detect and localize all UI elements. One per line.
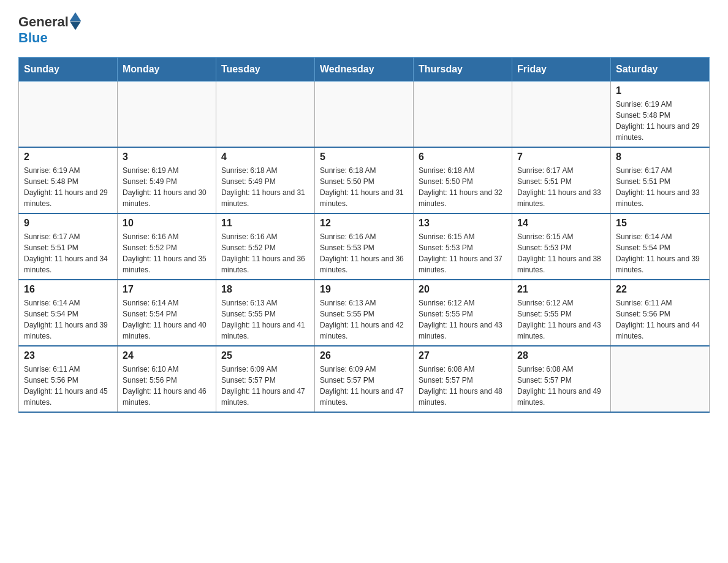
calendar-day-cell (315, 82, 414, 148)
calendar-day-cell: 21Sunrise: 6:12 AM Sunset: 5:55 PM Dayli… (512, 280, 611, 346)
day-info: Sunrise: 6:08 AM Sunset: 5:57 PM Dayligh… (419, 364, 507, 408)
day-info: Sunrise: 6:13 AM Sunset: 5:55 PM Dayligh… (221, 297, 309, 342)
calendar-day-cell: 26Sunrise: 6:09 AM Sunset: 5:57 PM Dayli… (315, 346, 414, 412)
day-info: Sunrise: 6:15 AM Sunset: 5:53 PM Dayligh… (517, 231, 605, 275)
day-number: 13 (419, 218, 507, 229)
day-number: 6 (419, 151, 507, 163)
day-info: Sunrise: 6:11 AM Sunset: 5:56 PM Dayligh… (24, 364, 112, 408)
day-of-week-header: Tuesday (216, 58, 315, 82)
day-number: 3 (123, 151, 211, 163)
day-number: 26 (320, 350, 408, 361)
day-info: Sunrise: 6:12 AM Sunset: 5:55 PM Dayligh… (517, 297, 605, 342)
day-of-week-header: Thursday (414, 58, 512, 82)
calendar-day-cell (19, 82, 118, 148)
calendar-day-cell: 22Sunrise: 6:11 AM Sunset: 5:56 PM Dayli… (611, 280, 710, 346)
day-number: 20 (419, 284, 507, 295)
day-info: Sunrise: 6:14 AM Sunset: 5:54 PM Dayligh… (616, 231, 704, 275)
calendar-table: SundayMondayTuesdayWednesdayThursdayFrid… (18, 57, 710, 413)
day-info: Sunrise: 6:19 AM Sunset: 5:48 PM Dayligh… (24, 165, 112, 209)
calendar-day-cell: 4Sunrise: 6:18 AM Sunset: 5:49 PM Daylig… (216, 147, 315, 213)
day-number: 14 (517, 218, 605, 229)
day-info: Sunrise: 6:13 AM Sunset: 5:55 PM Dayligh… (320, 297, 408, 342)
day-info: Sunrise: 6:18 AM Sunset: 5:49 PM Dayligh… (221, 165, 309, 209)
calendar-day-cell: 28Sunrise: 6:08 AM Sunset: 5:57 PM Dayli… (512, 346, 611, 412)
calendar-week-row: 23Sunrise: 6:11 AM Sunset: 5:56 PM Dayli… (19, 346, 710, 412)
calendar-day-cell: 24Sunrise: 6:10 AM Sunset: 5:56 PM Dayli… (118, 346, 216, 412)
calendar-day-cell: 20Sunrise: 6:12 AM Sunset: 5:55 PM Dayli… (414, 280, 512, 346)
calendar-day-cell: 10Sunrise: 6:16 AM Sunset: 5:52 PM Dayli… (118, 213, 216, 280)
day-info: Sunrise: 6:15 AM Sunset: 5:53 PM Dayligh… (419, 231, 507, 275)
calendar-day-cell (611, 346, 710, 412)
day-number: 19 (320, 284, 408, 295)
day-info: Sunrise: 6:14 AM Sunset: 5:54 PM Dayligh… (123, 297, 211, 342)
day-number: 23 (24, 350, 112, 361)
day-info: Sunrise: 6:16 AM Sunset: 5:53 PM Dayligh… (320, 231, 408, 275)
day-number: 10 (123, 218, 211, 229)
calendar-day-cell: 27Sunrise: 6:08 AM Sunset: 5:57 PM Dayli… (414, 346, 512, 412)
calendar-day-cell: 17Sunrise: 6:14 AM Sunset: 5:54 PM Dayli… (118, 280, 216, 346)
day-of-week-header: Friday (512, 58, 611, 82)
day-number: 25 (221, 350, 309, 361)
day-of-week-header: Monday (118, 58, 216, 82)
calendar-week-row: 16Sunrise: 6:14 AM Sunset: 5:54 PM Dayli… (19, 280, 710, 346)
day-number: 15 (616, 218, 704, 229)
day-number: 1 (616, 85, 704, 96)
day-info: Sunrise: 6:18 AM Sunset: 5:50 PM Dayligh… (419, 165, 507, 209)
day-info: Sunrise: 6:08 AM Sunset: 5:57 PM Dayligh… (517, 364, 605, 408)
calendar-header-row: SundayMondayTuesdayWednesdayThursdayFrid… (19, 58, 710, 82)
calendar-day-cell (118, 82, 216, 148)
calendar-day-cell: 5Sunrise: 6:18 AM Sunset: 5:50 PM Daylig… (315, 147, 414, 213)
day-info: Sunrise: 6:19 AM Sunset: 5:48 PM Dayligh… (616, 99, 704, 143)
calendar-day-cell: 7Sunrise: 6:17 AM Sunset: 5:51 PM Daylig… (512, 147, 611, 213)
calendar-day-cell: 15Sunrise: 6:14 AM Sunset: 5:54 PM Dayli… (611, 213, 710, 280)
day-number: 17 (123, 284, 211, 295)
day-of-week-header: Wednesday (315, 58, 414, 82)
day-info: Sunrise: 6:16 AM Sunset: 5:52 PM Dayligh… (123, 231, 211, 275)
calendar-day-cell: 16Sunrise: 6:14 AM Sunset: 5:54 PM Dayli… (19, 280, 118, 346)
day-number: 2 (24, 151, 112, 163)
day-number: 5 (320, 151, 408, 163)
calendar-day-cell (414, 82, 512, 148)
day-number: 28 (517, 350, 605, 361)
page-header: General Blue (18, 12, 710, 45)
day-info: Sunrise: 6:18 AM Sunset: 5:50 PM Dayligh… (320, 165, 408, 209)
calendar-day-cell (512, 82, 611, 148)
calendar-day-cell: 1Sunrise: 6:19 AM Sunset: 5:48 PM Daylig… (611, 82, 710, 148)
calendar-day-cell: 8Sunrise: 6:17 AM Sunset: 5:51 PM Daylig… (611, 147, 710, 213)
day-number: 11 (221, 218, 309, 229)
day-number: 7 (517, 151, 605, 163)
day-info: Sunrise: 6:19 AM Sunset: 5:49 PM Dayligh… (123, 165, 211, 209)
day-number: 9 (24, 218, 112, 229)
day-number: 18 (221, 284, 309, 295)
calendar-day-cell: 14Sunrise: 6:15 AM Sunset: 5:53 PM Dayli… (512, 213, 611, 280)
day-of-week-header: Saturday (611, 58, 710, 82)
day-number: 12 (320, 218, 408, 229)
day-number: 4 (221, 151, 309, 163)
calendar-week-row: 9Sunrise: 6:17 AM Sunset: 5:51 PM Daylig… (19, 213, 710, 280)
calendar-week-row: 2Sunrise: 6:19 AM Sunset: 5:48 PM Daylig… (19, 147, 710, 213)
day-info: Sunrise: 6:09 AM Sunset: 5:57 PM Dayligh… (320, 364, 408, 408)
calendar-day-cell: 25Sunrise: 6:09 AM Sunset: 5:57 PM Dayli… (216, 346, 315, 412)
logo-general-text: General (18, 15, 69, 29)
calendar-day-cell: 18Sunrise: 6:13 AM Sunset: 5:55 PM Dayli… (216, 280, 315, 346)
day-number: 27 (419, 350, 507, 361)
day-info: Sunrise: 6:16 AM Sunset: 5:52 PM Dayligh… (221, 231, 309, 275)
day-of-week-header: Sunday (19, 58, 118, 82)
calendar-day-cell: 3Sunrise: 6:19 AM Sunset: 5:49 PM Daylig… (118, 147, 216, 213)
calendar-week-row: 1Sunrise: 6:19 AM Sunset: 5:48 PM Daylig… (19, 82, 710, 148)
day-info: Sunrise: 6:14 AM Sunset: 5:54 PM Dayligh… (24, 297, 112, 342)
day-number: 24 (123, 350, 211, 361)
calendar-day-cell: 12Sunrise: 6:16 AM Sunset: 5:53 PM Dayli… (315, 213, 414, 280)
day-info: Sunrise: 6:12 AM Sunset: 5:55 PM Dayligh… (419, 297, 507, 342)
day-info: Sunrise: 6:17 AM Sunset: 5:51 PM Dayligh… (517, 165, 605, 209)
logo: General Blue (18, 12, 81, 45)
day-info: Sunrise: 6:10 AM Sunset: 5:56 PM Dayligh… (123, 364, 211, 408)
day-info: Sunrise: 6:17 AM Sunset: 5:51 PM Dayligh… (24, 231, 112, 275)
calendar-day-cell: 6Sunrise: 6:18 AM Sunset: 5:50 PM Daylig… (414, 147, 512, 213)
day-number: 21 (517, 284, 605, 295)
day-info: Sunrise: 6:11 AM Sunset: 5:56 PM Dayligh… (616, 297, 704, 342)
day-info: Sunrise: 6:17 AM Sunset: 5:51 PM Dayligh… (616, 165, 704, 209)
logo-blue-text: Blue (18, 31, 81, 45)
calendar-day-cell: 2Sunrise: 6:19 AM Sunset: 5:48 PM Daylig… (19, 147, 118, 213)
calendar-day-cell: 11Sunrise: 6:16 AM Sunset: 5:52 PM Dayli… (216, 213, 315, 280)
